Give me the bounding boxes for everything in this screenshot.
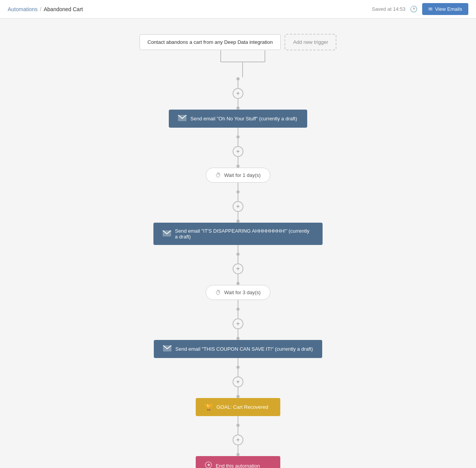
- trophy-icon: 🏆: [205, 403, 213, 411]
- connector-1: +: [233, 77, 243, 110]
- email-icon-btn: ✉: [428, 6, 433, 12]
- line-v: [238, 99, 238, 107]
- connector-dot: [236, 337, 240, 340]
- connector-dot: [236, 107, 240, 110]
- saved-status: Saved at 14:53: [372, 6, 405, 12]
- breadcrumb: Automations / Abandoned Cart: [8, 6, 83, 12]
- add-step-button-6[interactable]: +: [233, 376, 243, 387]
- add-trigger-box[interactable]: Add new trigger: [285, 34, 336, 50]
- add-step-button-2[interactable]: +: [233, 146, 243, 157]
- connector-5: +: [233, 300, 243, 340]
- connector-3: +: [233, 183, 243, 223]
- step-wait-1[interactable]: ⏱ Wait for 1 day(s): [206, 168, 270, 183]
- email-step-icon-2: [163, 230, 171, 238]
- step-email-3-label: Send email "THIS COUPON CAN SAVE IT!" (c…: [175, 346, 313, 352]
- line-v: [238, 138, 238, 146]
- add-step-button-1[interactable]: +: [233, 88, 243, 99]
- view-emails-button[interactable]: ✉ View Emails: [422, 3, 468, 15]
- email-step-icon-1: [178, 115, 186, 122]
- line-v: [238, 311, 238, 318]
- line-v: [238, 245, 238, 253]
- trigger-box-1[interactable]: Contact abandons a cart from any Deep Da…: [140, 34, 281, 50]
- breadcrumb-automations-link[interactable]: Automations: [8, 6, 38, 12]
- history-icon[interactable]: 🕑: [410, 5, 418, 13]
- end-automation-icon: [205, 461, 212, 468]
- connector-dot: [236, 453, 240, 456]
- step-email-2-label: Send email "IT'S DISAPPEARING AHHHHHHHH!…: [175, 228, 313, 240]
- connector-dot: [236, 395, 240, 398]
- add-step-button-7[interactable]: +: [233, 435, 243, 445]
- clock-icon-2: ⏱: [215, 289, 221, 296]
- line-v: [238, 329, 238, 337]
- line-v: [238, 427, 238, 435]
- step-wait-2[interactable]: ⏱ Wait for 3 day(s): [206, 285, 270, 300]
- connector-dot: [236, 135, 240, 138]
- connector-dot: [236, 424, 240, 427]
- line-v: [238, 445, 238, 453]
- line-v: [238, 300, 238, 308]
- breadcrumb-current: Abandoned Cart: [44, 6, 83, 12]
- line-v: [238, 128, 238, 135]
- goal-label: GOAL: Cart Recovered: [216, 404, 268, 410]
- connector-4: +: [233, 245, 243, 285]
- step-email-3[interactable]: Send email "THIS COUPON CAN SAVE IT!" (c…: [154, 340, 322, 358]
- step-end[interactable]: End this automation: [196, 456, 280, 468]
- connector-2: +: [233, 128, 243, 168]
- end-label: End this automation: [216, 463, 260, 468]
- connector-dot: [236, 366, 240, 369]
- line-v: [238, 416, 238, 424]
- wait-2-label: Wait for 3 day(s): [224, 290, 261, 295]
- add-step-button-5[interactable]: +: [233, 318, 243, 329]
- line-v: [238, 193, 238, 201]
- step-email-1[interactable]: Send email "Oh No Your Stuff" (currently…: [169, 110, 307, 128]
- view-emails-label: View Emails: [435, 6, 462, 12]
- step-email-1-label: Send email "Oh No Your Stuff" (currently…: [190, 116, 297, 122]
- add-step-button-3[interactable]: +: [233, 201, 243, 212]
- line-v: [238, 274, 238, 282]
- line-v: [238, 212, 238, 220]
- automation-canvas: Contact abandons a cart from any Deep Da…: [0, 18, 476, 468]
- trigger-row: Contact abandons a cart from any Deep Da…: [140, 34, 337, 50]
- flow-container: Contact abandons a cart from any Deep Da…: [0, 18, 476, 468]
- line-v: [238, 256, 238, 263]
- clock-icon-1: ⏱: [215, 172, 221, 178]
- connector-dot: [236, 220, 240, 223]
- header-right: Saved at 14:53 🕑 ✉ View Emails: [372, 3, 468, 15]
- header: Automations / Abandoned Cart Saved at 14…: [0, 0, 476, 18]
- connector-7: +: [233, 416, 243, 456]
- line-v: [238, 80, 238, 88]
- line-v: [238, 157, 238, 165]
- add-step-button-4[interactable]: +: [233, 263, 243, 274]
- line-v: [238, 387, 238, 395]
- line-v: [238, 183, 238, 190]
- connector-dot: [236, 253, 240, 256]
- wait-1-label: Wait for 1 day(s): [224, 172, 261, 178]
- connector-dot: [236, 190, 240, 193]
- connector-dot: [236, 308, 240, 311]
- email-step-icon-3: [163, 345, 171, 353]
- connector-dot: [236, 77, 240, 80]
- breadcrumb-separator: /: [40, 6, 42, 12]
- connector-6: +: [233, 358, 243, 398]
- connector-dot: [236, 282, 240, 285]
- line-v: [238, 358, 238, 366]
- connector-dot: [236, 165, 240, 168]
- merge-connector: [176, 50, 300, 77]
- step-email-2[interactable]: Send email "IT'S DISAPPEARING AHHHHHHHH!…: [153, 223, 323, 245]
- line-v: [238, 369, 238, 376]
- step-goal[interactable]: 🏆 GOAL: Cart Recovered: [196, 398, 280, 416]
